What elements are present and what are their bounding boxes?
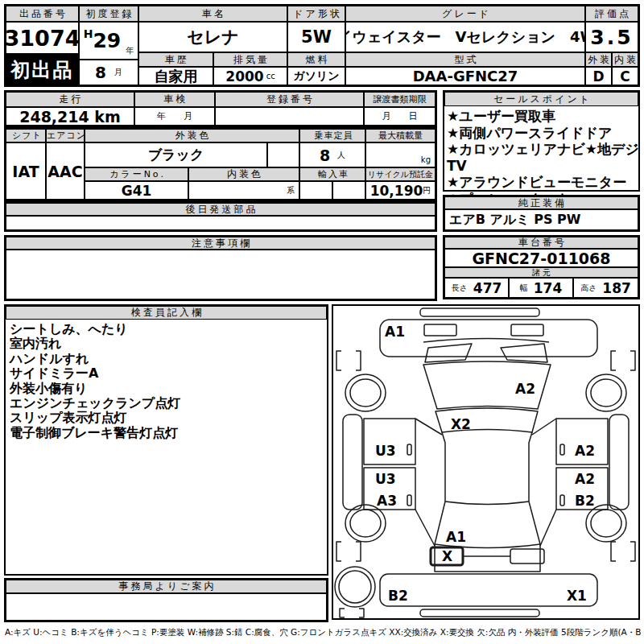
door-value: 5W	[287, 22, 345, 52]
bracket	[630, 542, 635, 561]
first-listing-badge: 初出品	[6, 54, 79, 85]
recycle-number: 10,190	[370, 183, 423, 199]
chassis-box: 車台番号 GFNC27-011068 諸元 長さ 477 幅 174 高さ 18…	[443, 235, 640, 299]
bracket	[630, 351, 635, 370]
bracket	[359, 609, 364, 617]
length-label: 長さ	[452, 283, 468, 294]
oem-equipment-box: 純正装備 エアB アルミ PS PW	[443, 195, 640, 232]
bracket	[611, 351, 616, 370]
top-table: 出品番号 31074 初出品 初度登録 H 29 年 8 月 車名 セレナ 車歴…	[4, 4, 640, 87]
auction-sheet: 出品番号 31074 初出品 初度登録 H 29 年 8 月 車名 セレナ 車歴…	[0, 0, 644, 644]
car-outline	[335, 308, 635, 617]
width-label: 幅	[520, 283, 528, 294]
oem-equipment-title: 純正装備	[444, 196, 638, 209]
exterior-label: 外装	[585, 52, 612, 67]
damage-code-rear-garnish: X	[442, 548, 452, 564]
fuel-value: ガソリン	[287, 67, 345, 85]
office-box: 事務局よりご案内	[4, 578, 328, 622]
reg-year: 29	[93, 29, 121, 52]
roof-edge-right	[529, 432, 532, 502]
sales-point-item: ★カロッツェリアナビ★地デジTV	[447, 141, 641, 174]
era-code: H	[84, 27, 93, 40]
office-title: 事務局よりご案内	[6, 580, 327, 593]
capacity-number: 8	[320, 147, 330, 164]
bracket	[356, 542, 361, 561]
exterior-grade: D	[585, 67, 612, 85]
later-parts-box: 後日発送部品	[4, 201, 437, 232]
damage-codes: A1 A2 X2 U3 A2 U3 A2 A3 B2 A1 X B2 X1	[375, 324, 595, 604]
later-parts-title: 後日発送部品	[6, 203, 436, 216]
mileage-value: 248,214 km	[6, 107, 134, 126]
bracket	[336, 351, 341, 370]
inspector-note: エンジンチェックランプ点灯	[10, 396, 331, 411]
sales-point-item: ★ユーザー買取車	[447, 108, 641, 125]
headlight-left	[425, 344, 472, 362]
damage-code-front-bumper: A1	[385, 324, 405, 340]
reg-number-value	[215, 107, 364, 126]
fold-line-rr	[540, 510, 556, 546]
first-reg-year: H 29 年	[79, 22, 138, 60]
inspector-title: 検査員記入欄	[6, 306, 327, 320]
int-color-label: 内装色	[188, 167, 299, 181]
ext-color-extra-cell	[267, 142, 299, 167]
damage-code-rear-bumper-left: B2	[388, 588, 408, 604]
damage-code-rear-door-left-top: U3	[375, 471, 396, 487]
displacement-number: 2000	[225, 68, 263, 85]
sales-point-item: ★両側パワースライドドア	[447, 125, 641, 142]
import-cell-2	[332, 181, 365, 200]
bracket	[340, 609, 345, 617]
ext-color-value: ブラック	[85, 142, 267, 167]
chassis-number: GFNC27-011068	[444, 249, 638, 267]
roof-edge-left	[442, 432, 445, 502]
sales-points-list: ★ユーザー買取車 ★両側パワースライドドア ★カロッツェリアナビ★地デジTV ★…	[444, 106, 641, 192]
grille-right	[511, 324, 543, 336]
damage-code-rear-gate: A1	[446, 529, 466, 545]
score-value: 3.5	[585, 22, 638, 52]
shift-label: シフト	[6, 129, 46, 142]
damage-code-front-door-left: U3	[375, 443, 396, 459]
import-label: 輸入車	[299, 167, 365, 181]
caution-box: 注意事項欄	[4, 235, 437, 301]
sales-point-item: ★アラウンドビューモニター	[447, 174, 641, 191]
door-handle-rl	[407, 495, 411, 506]
door-handle-fl	[407, 444, 411, 455]
grille-left	[424, 324, 456, 336]
inspector-note: 外装小傷有り	[10, 382, 331, 396]
sill-right	[609, 415, 629, 510]
lot-number: 31074	[6, 22, 79, 54]
chassis-title: 車台番号	[444, 237, 638, 249]
door-handle-fr	[560, 444, 564, 455]
aircon-label: エアコン	[46, 129, 85, 142]
wheel-rear-left-inner	[350, 510, 381, 537]
damage-code-windshield: X2	[451, 416, 471, 432]
rear-bumper-shape	[380, 574, 597, 606]
width-cell: 幅 174	[509, 278, 573, 298]
length-cell: 長さ 477	[444, 278, 509, 298]
later-parts-value	[6, 216, 436, 230]
fuel-label: 燃料	[287, 52, 345, 67]
width-value: 174	[534, 280, 563, 296]
damage-code-rear-door-right-bottom: B2	[575, 493, 595, 509]
grade-label: グレード	[345, 6, 585, 22]
inspector-notes: シートしみ、へたり 室内汚れ ハンドルすれ サイドミラーA 外装小傷有り エンジ…	[6, 320, 331, 576]
sales-points-title: セールスポイント	[444, 92, 638, 106]
recycle-unit: 円	[423, 185, 431, 196]
month-unit: 月	[114, 67, 122, 78]
interior-grade: C	[612, 67, 638, 85]
rear-window-top	[445, 502, 529, 505]
inspection-label: 車検	[134, 92, 215, 107]
front-trim-bar	[420, 308, 539, 316]
rear-trim-bar	[420, 609, 539, 617]
car-name: セレナ	[138, 22, 287, 52]
rear-plate	[510, 549, 544, 564]
door-label: ドア形状	[287, 6, 345, 22]
interior-label: 内装	[612, 52, 638, 67]
damage-code-front-door-right: A2	[575, 443, 595, 459]
ext-color-label: 外装色	[85, 129, 299, 142]
bracket	[336, 542, 341, 561]
wheel-rear-left	[345, 505, 386, 542]
office-value	[6, 593, 327, 621]
inspector-note: 室内汚れ	[10, 336, 331, 351]
height-label: 高さ	[580, 283, 597, 294]
car-name-label: 車名	[138, 6, 287, 22]
